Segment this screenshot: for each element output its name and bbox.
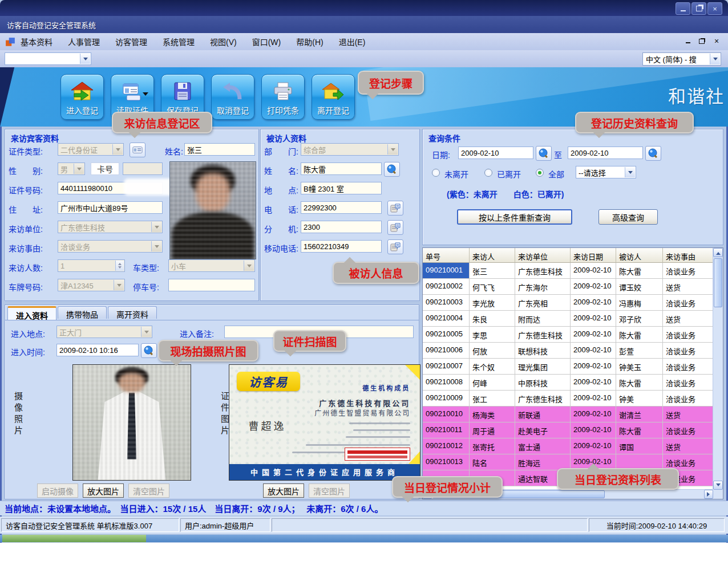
entry-time-picker-button[interactable] xyxy=(141,343,157,358)
menu-item-6[interactable]: 帮助(H) xyxy=(296,36,323,47)
gender-combo[interactable]: 男 xyxy=(58,162,85,175)
mdi-restore-button[interactable] xyxy=(696,35,707,47)
company-combo[interactable]: 广东德生科技 xyxy=(58,221,163,233)
vertical-scroll-thumb[interactable] xyxy=(714,258,722,307)
table-row-6[interactable]: 090210006何放联想科技2009-02-10彭萱洽谈业务 xyxy=(423,343,713,359)
table-row-3[interactable]: 090210003李光放广东亮相2009-02-10冯惠梅洽谈业务 xyxy=(423,295,713,311)
phone-notify-button[interactable] xyxy=(387,201,403,216)
camera-button-1[interactable]: 放大图片 xyxy=(83,483,124,498)
date-to-picker-button[interactable] xyxy=(645,146,661,161)
table-row-7[interactable]: 090210007朱个奴理光集团2009-02-10钟美玉洽谈业务 xyxy=(423,359,713,375)
entry-time-field[interactable]: 2009-02-10 10:16 xyxy=(56,344,139,356)
menu-item-2[interactable]: 访客管理 xyxy=(115,36,147,47)
filter-select-dropdown[interactable] xyxy=(625,167,635,177)
card-button-1[interactable]: 清空图片 xyxy=(309,483,350,498)
ext-field[interactable]: 2300 xyxy=(301,221,382,233)
filter-select[interactable]: --请选择 xyxy=(576,166,636,178)
table-row-11[interactable]: 090210011周于通赴美电子2009-02-10陈大雷洽谈业务 xyxy=(423,422,713,438)
minimize-button[interactable] xyxy=(676,2,690,15)
table-row-1[interactable]: 090210001张三广东德生科技2009-02-10陈大雷洽谈业务 xyxy=(423,263,713,279)
language-bar[interactable]: 中文 (简体) - 搜 xyxy=(642,52,721,66)
tab-0[interactable]: 进入资料 xyxy=(7,306,56,320)
table-row-9[interactable]: 090210009张工广东德生科技2009-02-10钟美洽谈业务 xyxy=(423,391,713,407)
radio-all[interactable] xyxy=(536,169,544,177)
restore-button[interactable] xyxy=(691,2,706,15)
plate-combo[interactable]: 津A12345 xyxy=(58,279,125,291)
menu-item-0[interactable]: 基本资料 xyxy=(21,36,52,47)
table-row-2[interactable]: 090210002何飞飞广东海尔2009-02-10谭玉姣送货 xyxy=(423,279,713,295)
camera-button-2[interactable]: 清空图片 xyxy=(128,483,169,498)
toolbar-button-print-icon[interactable]: 打印凭条 xyxy=(261,74,305,120)
mobile-field[interactable]: 15602210349 xyxy=(301,240,382,253)
plate-dropdown[interactable] xyxy=(114,280,124,290)
reason-combo[interactable]: 洽谈业务 xyxy=(58,240,163,253)
column-header-company[interactable]: 来访单位 xyxy=(515,248,571,263)
reason-dropdown[interactable] xyxy=(151,241,161,251)
camera-button-0[interactable]: 启动摄像 xyxy=(37,483,78,498)
column-header-visitor[interactable]: 来访人 xyxy=(470,248,515,263)
toolbar-combobox[interactable] xyxy=(5,52,91,65)
column-header-id[interactable]: 单号 xyxy=(423,248,470,263)
toolbar-button-leave-register-icon[interactable]: 离开登记 xyxy=(312,74,355,120)
column-header-reason[interactable]: 来访事由 xyxy=(663,248,714,263)
toolbar-button-enter-register-icon[interactable]: 进入登记 xyxy=(60,74,104,120)
vertical-scrollbar[interactable] xyxy=(713,248,723,490)
scroll-right-button[interactable] xyxy=(704,490,713,499)
vehicle-type-combo[interactable]: 小车 xyxy=(168,259,255,272)
tab-1[interactable]: 携带物品 xyxy=(58,306,107,319)
entry-place-combo[interactable]: 正大门 xyxy=(56,326,152,338)
visitor-count-stepper[interactable]: 1 xyxy=(58,259,125,272)
mdi-close-button[interactable]: × xyxy=(711,35,722,47)
close-button[interactable]: × xyxy=(707,2,722,15)
dept-combo[interactable]: 综合部 xyxy=(301,143,399,156)
ext-notify-button[interactable] xyxy=(387,220,403,235)
vehicle-type-dropdown[interactable] xyxy=(244,261,254,271)
date-to-field[interactable]: 2009-02-10 xyxy=(568,147,643,159)
table-row-8[interactable]: 090210008何峰中原科技2009-02-10陈大雷洽谈业务 xyxy=(423,375,713,391)
menu-item-3[interactable]: 系统管理 xyxy=(163,36,195,47)
requery-button[interactable]: 按以上条件重新查询 xyxy=(457,209,572,225)
radio-not-left[interactable] xyxy=(432,169,440,177)
mobile-notify-button[interactable] xyxy=(387,239,403,254)
card-no-field[interactable] xyxy=(123,162,163,175)
mdi-minimize-button[interactable] xyxy=(682,35,694,47)
card-button-0[interactable]: 放大图片 xyxy=(263,483,304,498)
titlebar[interactable]: 访客自动登记安全管理系统 xyxy=(0,16,728,33)
table-row-10[interactable]: 090210010杨海类新联通2009-02-10谢清兰送货 xyxy=(423,407,713,422)
dept-dropdown[interactable] xyxy=(387,144,398,155)
host-search-button[interactable] xyxy=(384,162,400,177)
date-from-picker-button[interactable] xyxy=(536,146,552,161)
parking-field[interactable] xyxy=(168,279,255,291)
host-name-field[interactable]: 陈大雷 xyxy=(301,162,382,175)
company-dropdown[interactable] xyxy=(151,222,161,232)
scroll-up-button[interactable] xyxy=(713,248,723,257)
visitor-name-field[interactable]: 张三 xyxy=(184,143,255,156)
table-row-12[interactable]: 090210012张寄托富士通2009-02-10谭国送货 xyxy=(423,438,713,454)
phone-field[interactable]: 22992300 xyxy=(301,201,382,214)
advanced-query-button[interactable]: 高级查询 xyxy=(598,209,658,225)
radio-left[interactable] xyxy=(484,169,492,177)
location-field[interactable]: B幢 2301 室 xyxy=(301,182,382,194)
language-dropdown[interactable] xyxy=(710,54,720,64)
toolbar-combobox-dropdown[interactable] xyxy=(80,54,90,64)
scroll-down-button[interactable] xyxy=(713,481,723,490)
date-from-field[interactable]: 2009-02-10 xyxy=(458,147,533,159)
column-header-host[interactable]: 被访人 xyxy=(616,248,663,263)
stepper-buttons[interactable] xyxy=(115,261,124,271)
menu-item-1[interactable]: 人事管理 xyxy=(68,36,100,47)
card-no-button[interactable]: 卡号 xyxy=(91,162,119,175)
entry-place-dropdown[interactable] xyxy=(141,327,151,337)
table-row-5[interactable]: 090210005李思广东德生科技2009-02-10陈大雷洽谈业务 xyxy=(423,327,713,343)
card-reader-button[interactable] xyxy=(130,143,145,157)
column-header-date[interactable]: 来访日期 xyxy=(571,248,616,263)
id-type-dropdown[interactable] xyxy=(112,144,123,155)
table-row-4[interactable]: 090210004朱良附而达2009-02-10邓子欣送货 xyxy=(423,311,713,327)
menu-item-7[interactable]: 退出(E) xyxy=(339,36,366,47)
menu-item-5[interactable]: 窗口(W) xyxy=(252,36,281,47)
id-type-combo[interactable]: 二代身份证 xyxy=(58,143,124,156)
address-field[interactable]: 广州市中山大道89号 xyxy=(58,201,163,214)
menu-item-4[interactable]: 视图(V) xyxy=(210,36,237,47)
gender-dropdown[interactable] xyxy=(74,164,84,174)
tab-2[interactable]: 离开资料 xyxy=(108,306,157,319)
toolbar-button-undo-icon[interactable]: 取消登记 xyxy=(211,74,254,120)
